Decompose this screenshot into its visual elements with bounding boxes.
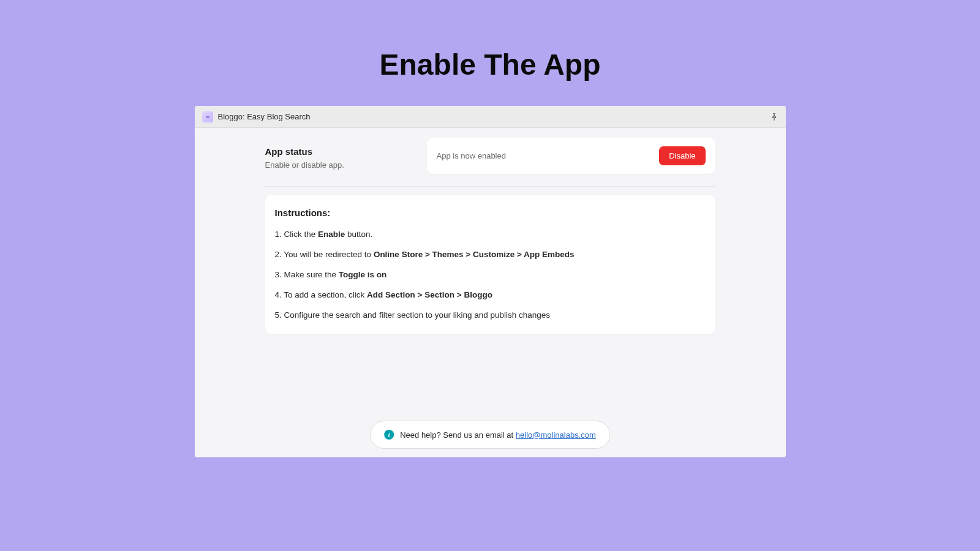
page-title: Enable The App [0,0,980,106]
status-message: App is now enabled [437,151,506,160]
status-section-subtitle: Enable or disable app. [265,160,427,170]
app-logo-icon [202,111,213,122]
instructions-list: 1. Click the Enable button. 2. You will … [275,229,706,321]
pin-icon[interactable] [770,113,778,121]
instructions-card: Instructions: 1. Click the Enable button… [265,195,715,334]
instructions-title: Instructions: [275,208,706,218]
info-icon: i [384,430,394,440]
instruction-item: 1. Click the Enable button. [275,229,706,241]
top-bar: Bloggo: Easy Blog Search [195,106,786,128]
help-pill: i Need help? Send us an email at hello@m… [370,421,610,449]
status-section: App status Enable or disable app. App is… [265,138,715,187]
help-text: Need help? Send us an email at hello@mol… [400,430,596,440]
instruction-item: 3. Make sure the Toggle is on [275,269,706,281]
disable-button[interactable]: Disable [659,146,705,165]
status-section-title: App status [265,146,427,157]
instruction-item: 4. To add a section, click Add Section >… [275,290,706,301]
status-card: App is now enabled Disable [427,138,715,174]
instruction-item: 5. Configure the search and filter secti… [275,310,706,321]
app-panel: Bloggo: Easy Blog Search App status Enab… [195,106,786,457]
status-description: App status Enable or disable app. [265,138,427,170]
help-email-link[interactable]: hello@molinalabs.com [516,430,596,440]
instruction-item: 2. You will be redirected to Online Stor… [275,249,706,261]
main-content: App status Enable or disable app. App is… [195,128,786,334]
app-name-label: Bloggo: Easy Blog Search [218,112,311,121]
